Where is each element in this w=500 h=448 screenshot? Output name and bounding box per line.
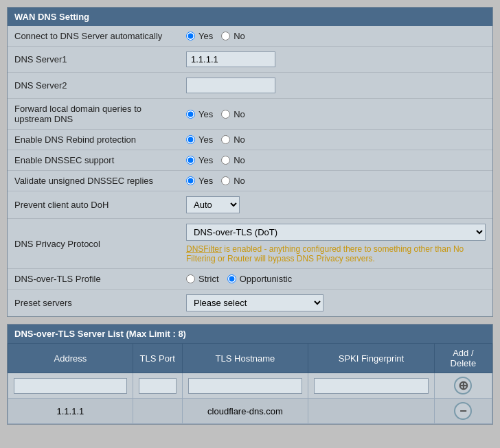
server-input-row: ⊕ [8, 373, 492, 399]
server-list-table: Address TLS Port TLS Hostname SPKI Finge… [8, 343, 492, 424]
input-spki-new[interactable] [314, 378, 429, 394]
remove-server-button-1[interactable]: − [454, 402, 472, 420]
input-tls-hostname-new[interactable] [188, 378, 302, 394]
radio-yes-dnssec-label: Yes [198, 155, 213, 165]
input-tls-port-new[interactable] [139, 378, 177, 394]
radio-input-no-rebind[interactable] [221, 135, 230, 144]
radio-strict-label: Strict [198, 274, 219, 284]
radio-no-validate[interactable]: No [221, 176, 245, 186]
radio-yes-dnssec[interactable]: Yes [186, 155, 213, 165]
radio-strict[interactable]: Strict [186, 274, 219, 284]
dnsfilter-link[interactable]: DNSFilter [186, 244, 222, 254]
label-prevent-doh: Prevent client auto DoH [8, 191, 179, 219]
label-dns-server2: DNS Server2 [8, 73, 179, 99]
radio-yes-auto-connect[interactable]: Yes [186, 31, 213, 41]
radio-no-validate-label: No [234, 176, 245, 186]
row-rebind: Enable DNS Rebind protection Yes No [8, 130, 492, 150]
label-dns-privacy: DNS Privacy Protocol [8, 219, 179, 269]
wan-dns-title: WAN DNS Setting [8, 8, 492, 26]
wan-dns-form: Connect to DNS Server automatically Yes … [8, 26, 492, 316]
row-forward-local: Forward local domain queries to upstream… [8, 99, 492, 130]
radio-group-auto-connect: Yes No [186, 31, 486, 41]
radio-input-no-validate[interactable] [221, 176, 230, 185]
radio-yes-validate-label: Yes [198, 176, 213, 186]
col-add-delete: Add / Delete [434, 344, 492, 373]
cell-spki-1 [308, 399, 435, 424]
row-validate-unsigned: Validate unsigned DNSSEC replies Yes No [8, 171, 492, 191]
select-dns-protocol[interactable]: DNS-over-TLS (DoT) DNS-over-HTTPS (DoH) [186, 224, 486, 241]
radio-group-dot-profile: Strict Opportunistic [186, 274, 486, 284]
input-address-new[interactable] [14, 378, 127, 394]
radio-no-dnssec[interactable]: No [221, 155, 245, 165]
radio-no-forward-local[interactable]: No [221, 109, 245, 119]
radio-group-dnssec: Yes No [186, 155, 486, 165]
row-dnssec: Enable DNSSEC support Yes No [8, 150, 492, 171]
preset-select-wrapper: Please select [186, 294, 486, 311]
radio-group-forward-local: Yes No [186, 109, 486, 119]
radio-input-no-auto-connect[interactable] [221, 32, 230, 40]
row-auto-connect: Connect to DNS Server automatically Yes … [8, 26, 492, 47]
radio-yes-rebind[interactable]: Yes [186, 134, 213, 145]
radio-input-no-dnssec[interactable] [221, 156, 230, 165]
select-prevent-doh[interactable]: Auto Enable Disable [186, 196, 240, 213]
radio-opportunistic[interactable]: Opportunistic [227, 274, 293, 284]
radio-opportunistic-label: Opportunistic [240, 274, 293, 284]
row-prevent-doh: Prevent client auto DoH Auto Enable Disa… [8, 191, 492, 219]
cell-tls-port-1 [133, 399, 182, 424]
cell-tls-hostname-1: cloudflare-dns.com [182, 399, 308, 424]
radio-yes-validate[interactable]: Yes [186, 176, 213, 186]
row-dns-server2: DNS Server2 [8, 73, 492, 99]
radio-no-rebind[interactable]: No [221, 134, 245, 145]
input-dns-server1[interactable] [186, 51, 275, 67]
wan-dns-panel: WAN DNS Setting Connect to DNS Server au… [7, 7, 493, 317]
label-rebind: Enable DNS Rebind protection [8, 130, 179, 150]
radio-input-opportunistic[interactable] [227, 274, 236, 283]
row-preset-servers: Preset servers Please select [8, 290, 492, 317]
radio-no-dnssec-label: No [234, 155, 245, 165]
col-tls-port: TLS Port [133, 344, 182, 373]
radio-group-rebind: Yes No [186, 134, 486, 145]
server-list-title: DNS-over-TLS Server List (Max Limit : 8) [8, 325, 492, 343]
radio-input-yes-auto-connect[interactable] [186, 32, 195, 40]
label-dns-server1: DNS Server1 [8, 47, 179, 73]
radio-no-rebind-label: No [234, 134, 245, 145]
col-tls-hostname: TLS Hostname [182, 344, 308, 373]
radio-no-forward-label: No [234, 109, 245, 119]
radio-input-no-forward[interactable] [221, 110, 230, 119]
add-server-button[interactable]: ⊕ [454, 377, 472, 394]
server-list-panel: DNS-over-TLS Server List (Max Limit : 8)… [7, 324, 493, 425]
col-spki: SPKI Fingerprint [308, 344, 435, 373]
radio-yes-rebind-label: Yes [198, 134, 213, 145]
label-validate-unsigned: Validate unsigned DNSSEC replies [8, 171, 179, 191]
radio-input-yes-validate[interactable] [186, 176, 195, 185]
row-dot-profile: DNS-over-TLS Profile Strict Opportunisti… [8, 269, 492, 290]
dns-protocol-block: DNS-over-TLS (DoT) DNS-over-HTTPS (DoH) … [186, 224, 486, 263]
radio-yes-forward-label: Yes [198, 109, 213, 119]
radio-input-yes-dnssec[interactable] [186, 156, 195, 165]
select-preset-servers[interactable]: Please select [186, 294, 323, 311]
label-dot-profile: DNS-over-TLS Profile [8, 269, 179, 290]
label-dnssec: Enable DNSSEC support [8, 150, 179, 171]
label-auto-connect: Connect to DNS Server automatically [8, 26, 179, 47]
server-list-header-row: Address TLS Port TLS Hostname SPKI Finge… [8, 344, 492, 373]
radio-yes-forward-local[interactable]: Yes [186, 109, 213, 119]
server-row-1: 1.1.1.1 cloudflare-dns.com − [8, 399, 492, 424]
input-dns-server2[interactable] [186, 78, 275, 93]
row-dns-server1: DNS Server1 [8, 47, 492, 73]
dns-warning-text: DNSFilter is enabled - anything configur… [186, 244, 481, 263]
radio-no-auto-connect[interactable]: No [221, 31, 245, 41]
label-preset-servers: Preset servers [8, 290, 179, 317]
radio-no-label: No [234, 31, 245, 41]
label-forward-local: Forward local domain queries to upstream… [8, 99, 179, 130]
cell-address-1: 1.1.1.1 [8, 399, 133, 424]
row-dns-privacy: DNS Privacy Protocol DNS-over-TLS (DoT) … [8, 219, 492, 269]
radio-group-validate: Yes No [186, 176, 486, 186]
dns-warning-message: is enabled - anything configured there t… [186, 244, 464, 263]
radio-yes-label: Yes [198, 31, 213, 41]
radio-input-yes-rebind[interactable] [186, 135, 195, 144]
radio-input-yes-forward[interactable] [186, 110, 195, 119]
col-address: Address [8, 344, 133, 373]
radio-input-strict[interactable] [186, 274, 195, 283]
